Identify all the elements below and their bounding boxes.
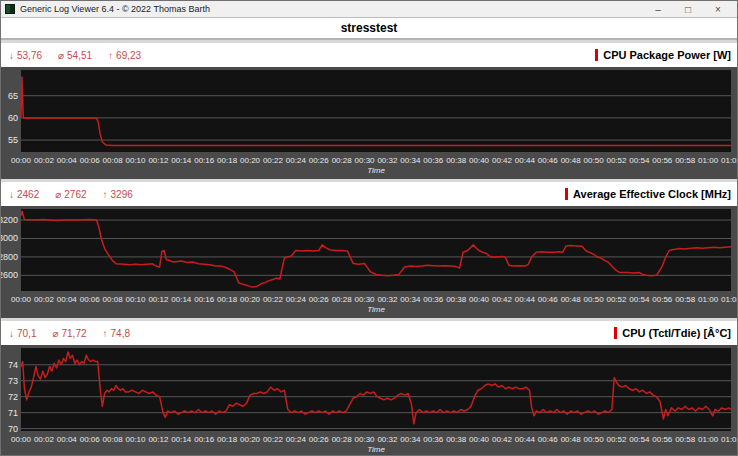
stats-row: ↓53,76 ⌀54,51 ↑69,23 CPU Package Power [… xyxy=(1,43,737,67)
svg-text:73: 73 xyxy=(8,376,18,386)
minimize-button[interactable]: – xyxy=(643,2,673,17)
svg-text:00:24: 00:24 xyxy=(286,295,307,304)
svg-text:00:36: 00:36 xyxy=(423,156,444,165)
avg-icon: ⌀ xyxy=(52,328,58,339)
svg-text:01:00: 01:00 xyxy=(698,295,719,304)
svg-text:00:14: 00:14 xyxy=(171,435,192,444)
svg-text:00:24: 00:24 xyxy=(286,156,307,165)
svg-text:00:48: 00:48 xyxy=(561,156,582,165)
min-arrow-icon: ↓ xyxy=(9,189,14,200)
stat-min-value: 70,1 xyxy=(17,328,36,339)
svg-text:00:38: 00:38 xyxy=(446,435,467,444)
svg-text:2800: 2800 xyxy=(1,252,18,262)
chart-container: 707172737400:0000:0200:0400:0600:0800:10… xyxy=(1,345,737,456)
svg-text:70: 70 xyxy=(8,424,18,434)
svg-text:00:02: 00:02 xyxy=(34,295,55,304)
svg-text:00:18: 00:18 xyxy=(217,435,238,444)
svg-text:00:04: 00:04 xyxy=(57,295,78,304)
svg-text:00:24: 00:24 xyxy=(286,435,307,444)
svg-text:00:56: 00:56 xyxy=(652,156,673,165)
svg-text:00:08: 00:08 xyxy=(103,156,124,165)
svg-text:00:32: 00:32 xyxy=(377,295,398,304)
chart-plot-average-effective-clock[interactable]: 260028003000320000:0000:0200:0400:0600:0… xyxy=(1,206,738,318)
svg-text:74: 74 xyxy=(8,360,18,370)
svg-text:00:40: 00:40 xyxy=(469,156,490,165)
svg-text:00:54: 00:54 xyxy=(629,156,650,165)
chart-group-cpu-package-power: ↓53,76 ⌀54,51 ↑69,23 CPU Package Power [… xyxy=(1,43,737,179)
document-header: stresstest xyxy=(1,18,737,40)
svg-text:00:06: 00:06 xyxy=(80,295,101,304)
stats-row: ↓70,1 ⌀71,72 ↑74,8 CPU (Tctl/Tdie) [Â°C] xyxy=(1,321,737,345)
svg-text:00:52: 00:52 xyxy=(606,295,627,304)
svg-text:00:18: 00:18 xyxy=(217,295,238,304)
stat-min: ↓2462 xyxy=(9,189,39,200)
svg-text:00:30: 00:30 xyxy=(355,295,376,304)
svg-text:Time: Time xyxy=(367,305,385,314)
min-arrow-icon: ↓ xyxy=(9,50,14,61)
svg-text:00:38: 00:38 xyxy=(446,295,467,304)
svg-text:00:44: 00:44 xyxy=(515,156,536,165)
svg-text:00:50: 00:50 xyxy=(584,435,605,444)
svg-text:00:36: 00:36 xyxy=(423,435,444,444)
maximize-button[interactable]: □ xyxy=(673,2,703,17)
svg-text:00:04: 00:04 xyxy=(57,435,78,444)
close-button[interactable]: × xyxy=(703,2,733,17)
max-arrow-icon: ↑ xyxy=(103,328,108,339)
svg-text:3200: 3200 xyxy=(1,215,18,225)
svg-text:00:18: 00:18 xyxy=(217,156,238,165)
chart-plot-cpu-package-power[interactable]: 55606500:0000:0200:0400:0600:0800:1000:1… xyxy=(1,67,738,179)
svg-text:00:08: 00:08 xyxy=(103,435,124,444)
stat-avg: ⌀2762 xyxy=(55,189,86,200)
chart-container: 260028003000320000:0000:0200:0400:0600:0… xyxy=(1,206,737,318)
chart-legend: CPU Package Power [W] xyxy=(595,49,731,61)
stat-avg-value: 54,51 xyxy=(67,50,92,61)
app-window: { "window": { "title": "Generic Log View… xyxy=(0,0,738,456)
svg-text:00:26: 00:26 xyxy=(309,156,330,165)
series-color-marker xyxy=(614,327,617,339)
svg-text:00:44: 00:44 xyxy=(515,435,536,444)
svg-text:72: 72 xyxy=(8,392,18,402)
svg-text:Time: Time xyxy=(367,445,385,454)
stat-max-value: 69,23 xyxy=(116,50,141,61)
svg-text:00:28: 00:28 xyxy=(332,295,353,304)
svg-text:60: 60 xyxy=(8,113,18,123)
stat-max-value: 3296 xyxy=(111,189,133,200)
svg-text:01:00: 01:00 xyxy=(698,156,719,165)
svg-text:00:14: 00:14 xyxy=(171,156,192,165)
svg-text:00:04: 00:04 xyxy=(57,156,78,165)
svg-text:00:28: 00:28 xyxy=(332,435,353,444)
svg-text:00:22: 00:22 xyxy=(263,156,284,165)
svg-text:00:08: 00:08 xyxy=(103,295,124,304)
svg-text:00:52: 00:52 xyxy=(606,156,627,165)
svg-text:00:34: 00:34 xyxy=(400,156,421,165)
svg-text:65: 65 xyxy=(8,91,18,101)
svg-text:00:00: 00:00 xyxy=(11,156,32,165)
svg-text:00:14: 00:14 xyxy=(171,295,192,304)
svg-text:00:06: 00:06 xyxy=(80,435,101,444)
svg-text:00:56: 00:56 xyxy=(652,295,673,304)
svg-text:00:40: 00:40 xyxy=(469,435,490,444)
titlebar: Generic Log Viewer 6.4 - © 2022 Thomas B… xyxy=(1,1,737,18)
svg-text:00:16: 00:16 xyxy=(194,156,215,165)
svg-text:00:20: 00:20 xyxy=(240,435,261,444)
stat-max: ↑69,23 xyxy=(108,50,141,61)
svg-text:00:42: 00:42 xyxy=(492,295,513,304)
svg-text:00:12: 00:12 xyxy=(148,435,169,444)
svg-text:00:34: 00:34 xyxy=(400,295,421,304)
chart-title: CPU (Tctl/Tdie) [Â°C] xyxy=(622,327,731,339)
chart-plot-cpu-temperature[interactable]: 707172737400:0000:0200:0400:0600:0800:10… xyxy=(1,345,738,456)
avg-icon: ⌀ xyxy=(55,189,61,200)
svg-text:00:20: 00:20 xyxy=(240,156,261,165)
svg-text:00:06: 00:06 xyxy=(80,156,101,165)
svg-text:00:48: 00:48 xyxy=(561,435,582,444)
svg-text:00:48: 00:48 xyxy=(561,295,582,304)
app-icon xyxy=(5,4,15,14)
svg-text:01:02: 01:02 xyxy=(721,295,738,304)
svg-text:00:58: 00:58 xyxy=(675,156,696,165)
stat-avg-value: 71,72 xyxy=(62,328,87,339)
chart-title: CPU Package Power [W] xyxy=(603,49,731,61)
svg-text:00:16: 00:16 xyxy=(194,295,215,304)
chart-title: Average Effective Clock [MHz] xyxy=(573,188,731,200)
svg-text:00:46: 00:46 xyxy=(538,295,559,304)
svg-text:00:46: 00:46 xyxy=(538,156,559,165)
